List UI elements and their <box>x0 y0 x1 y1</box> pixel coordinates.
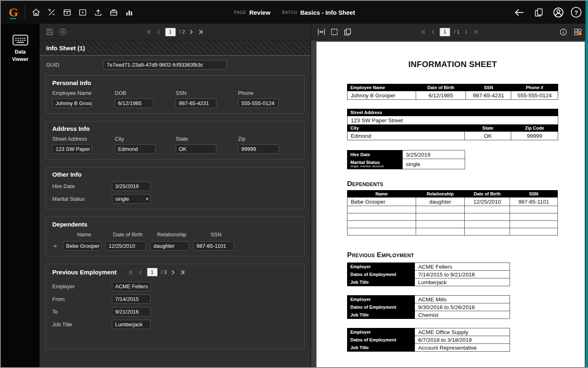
section-other-info: Other Info Hire Date 3/25/2019 Marital S… <box>45 167 305 209</box>
documents-icon[interactable] <box>532 5 546 19</box>
window-edge-accent <box>586 1 588 367</box>
archive-icon[interactable] <box>60 5 74 19</box>
select-region-icon[interactable] <box>330 27 339 36</box>
copy-pages-icon[interactable] <box>343 27 352 36</box>
dob-label: DOB <box>115 90 176 96</box>
city-field[interactable]: Edmond <box>115 144 156 154</box>
form-pager: 1 / 2 <box>146 28 204 36</box>
cell: OK <box>465 132 511 140</box>
cell: Date of Birth <box>416 84 466 91</box>
page-value: Review <box>249 9 270 16</box>
cell: 987-65-1101 <box>510 197 558 206</box>
prev-page-icon[interactable] <box>156 29 161 35</box>
tools-icon[interactable] <box>45 5 58 19</box>
first-record-icon[interactable] <box>128 269 134 275</box>
cell: Hire Date <box>347 150 403 159</box>
street-field[interactable]: 123 SW Paper Street <box>52 144 92 154</box>
cell: SSN <box>510 191 558 197</box>
from-field[interactable]: 7/14/2015 <box>112 294 151 304</box>
last-page-icon[interactable] <box>198 29 204 35</box>
section-title: Other Info <box>52 171 298 178</box>
record-number-input[interactable]: 1 <box>147 268 158 276</box>
cell: 6/7/2018 to 3/18/2019 <box>415 336 510 344</box>
cell: Account Representative <box>415 344 510 352</box>
guid-field[interactable]: 7e7eed71-23a9-47d9-9602-fcf93363fb3c <box>103 60 227 70</box>
page-number-input[interactable]: 1 <box>440 28 450 36</box>
dependent-dob-field[interactable]: 12/25/2010 <box>105 241 146 251</box>
back-arrow-icon[interactable] <box>512 5 526 19</box>
next-record-icon[interactable] <box>170 269 176 275</box>
jobs-icon[interactable] <box>107 5 120 19</box>
table-header-row: Name Relationship Date of Birth SSN <box>347 191 558 197</box>
upload-icon[interactable] <box>91 5 105 19</box>
hire-date-field[interactable]: 3/25/2019 <box>112 182 151 191</box>
next-page-icon[interactable] <box>189 29 194 35</box>
separator-dot: · <box>275 9 277 16</box>
sidebar-item-data-viewer[interactable]: Data Viewer <box>1 29 40 69</box>
phone-label: Phone <box>238 90 298 96</box>
dob-field[interactable]: 6/12/1985 <box>115 99 154 108</box>
dependent-relationship-field[interactable]: daughter <box>150 241 189 251</box>
state-field[interactable]: OK <box>176 144 216 154</box>
cell: Job Title <box>347 311 415 319</box>
main-area: Data Viewer 1 / 2 <box>1 24 588 367</box>
zip-field[interactable]: 99999 <box>238 144 279 154</box>
ssn-field[interactable]: 987-65-4231 <box>176 99 216 108</box>
logo-accent <box>10 18 16 19</box>
view-options-icon[interactable] <box>573 27 582 36</box>
prev-page-icon[interactable] <box>430 29 436 35</box>
viewer-pager: 1 / 1 <box>421 28 479 36</box>
cell: daughter <box>416 197 465 206</box>
last-page-icon[interactable] <box>472 29 478 35</box>
media-folder-icon[interactable] <box>76 5 89 19</box>
home-icon[interactable] <box>29 5 43 19</box>
help-icon[interactable]: ? <box>571 7 581 18</box>
save-icon[interactable] <box>45 27 54 36</box>
employer-field[interactable]: ACME Fellers <box>112 282 151 291</box>
doc-dependents-table: Name Relationship Date of Birth SSN Bebe… <box>347 190 558 236</box>
guid-row: GUID 7e7eed71-23a9-47d9-9602-fcf93363fb3… <box>40 56 310 70</box>
zip-label: Zip <box>238 136 298 142</box>
form-toolbar-actions <box>45 27 67 36</box>
cell: Dates of Employment <box>347 336 415 344</box>
document-title: INFORMATION SHEET <box>347 60 558 69</box>
table-row: Johnny B Grooper 6/12/1985 987-65-4231 5… <box>347 91 558 100</box>
section-previous-employment: Previous Employment 1 / 3 Employer ACME <box>45 264 305 349</box>
cancel-icon[interactable] <box>58 27 67 36</box>
marital-status-select[interactable]: single ▾ <box>112 194 151 204</box>
prev-record-icon[interactable] <box>138 269 143 275</box>
dependent-name-field[interactable]: Bebe Grooper <box>63 241 101 251</box>
next-page-icon[interactable] <box>463 29 469 35</box>
doc-employment-table-1: Employer ACME Fellers Dates of Employmen… <box>347 263 510 286</box>
app-logo[interactable]: G <box>4 6 23 18</box>
fit-width-icon[interactable] <box>317 27 326 36</box>
dependent-ssn-field[interactable]: 987-65-1101 <box>193 241 234 251</box>
document-type-header[interactable]: Info Sheet (1) <box>40 40 310 56</box>
cell: 12/25/2010 <box>465 197 510 206</box>
table-row: Marital Status single, married, divorced… <box>347 159 465 169</box>
divider <box>24 5 25 19</box>
document-viewport[interactable]: INFORMATION SHEET Employee Name Date of … <box>311 40 588 367</box>
section-title: Previous Employment <box>52 269 117 276</box>
user-account-icon[interactable] <box>551 5 565 19</box>
last-record-icon[interactable] <box>180 269 185 275</box>
cell: ACME Fellers <box>415 263 510 271</box>
phone-field[interactable]: 555-555-0124 <box>238 99 279 108</box>
page-number-input[interactable]: 1 <box>165 28 176 36</box>
cell: City <box>347 125 465 132</box>
marital-sub-label: single, married, divorced <box>350 165 399 168</box>
cell: 123 SW Paper Street <box>347 116 558 125</box>
info-icon[interactable] <box>559 28 568 36</box>
first-page-icon[interactable] <box>146 29 152 35</box>
job-title-field[interactable]: Lumberjack <box>112 320 151 329</box>
first-page-icon[interactable] <box>421 29 427 35</box>
row-marker-icon[interactable] <box>52 243 63 249</box>
to-field[interactable]: 9/21/2016 <box>112 307 151 316</box>
stats-icon[interactable] <box>122 5 136 19</box>
data-viewer-panel: 1 / 2 Info Sheet (1) GUID 7e7eed71-23a9-… <box>40 24 311 367</box>
cell: Phone # <box>511 84 558 91</box>
doc-personal-table: Employee Name Date of Birth SSN Phone # … <box>347 84 558 100</box>
employee-name-field[interactable]: Johnny B Grooper <box>52 99 92 108</box>
marital-status-label: Marital Status <box>52 196 112 202</box>
cell: single <box>403 159 465 169</box>
